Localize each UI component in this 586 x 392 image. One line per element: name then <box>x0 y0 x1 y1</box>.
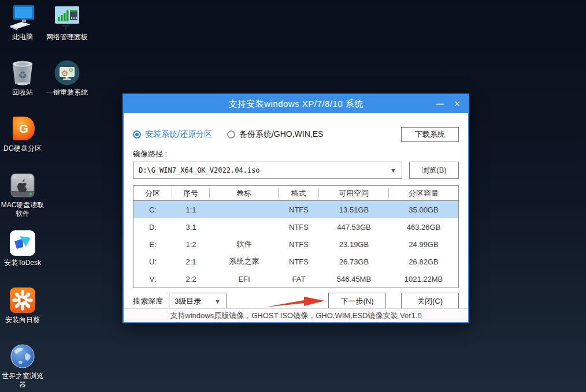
col-header-volume-label: 卷标 <box>210 188 279 198</box>
cell-format: NTFS <box>279 206 319 214</box>
radio-backup-label: 备份系统/GHO,WIN,ES <box>239 129 323 140</box>
cell-free-space: 447.53GB <box>319 223 389 232</box>
partition-row-c[interactable]: C: 1:1 NTFS 13.51GB 35.00GB <box>133 201 458 218</box>
minimize-button[interactable]: — <box>431 95 448 113</box>
col-header-serial: 序号 <box>172 188 210 198</box>
icon-label: DG硬盘分区 <box>0 144 45 153</box>
search-depth-label: 搜索深度 <box>133 296 163 307</box>
search-depth-combobox[interactable]: 3级目录 ▼ <box>169 293 227 310</box>
cell-format: FAT <box>279 275 319 283</box>
cell-partition: C: <box>133 206 172 214</box>
close-window-button[interactable]: ✕ <box>448 95 466 113</box>
cell-capacity: 1021.22MB <box>389 275 458 283</box>
cell-free-space: 546.45MB <box>319 275 389 283</box>
cell-serial: 1:2 <box>172 240 210 249</box>
desktop-icon-recycle-bin[interactable]: ♻ 回收站 <box>0 59 45 97</box>
download-system-button[interactable]: 下载系统 <box>401 127 459 142</box>
diskgenius-icon: G <box>9 115 36 143</box>
dialog-body: 安装系统/还原分区 备份系统/GHO,WIN,ES 下载系统 镜像路径 : D:… <box>124 113 468 308</box>
col-header-capacity: 分区容量 <box>389 188 458 198</box>
icon-label: 一键重装系统 <box>44 88 90 97</box>
mac-disk-icon <box>9 171 36 199</box>
desktop-icon-world-browser[interactable]: 世界之窗浏览器 <box>0 342 45 389</box>
icon-label: 网络管理面板 <box>44 33 90 42</box>
col-header-partition: 分区 <box>133 188 172 198</box>
chevron-down-icon[interactable]: ▼ <box>210 298 221 305</box>
status-footer: 支持windows原版镜像，GHOST ISO镜像，GHO,WIM,ESD镜像安… <box>124 308 468 322</box>
cell-capacity: 24.99GB <box>389 240 458 249</box>
image-path-label: 镜像路径 : <box>133 149 459 158</box>
partition-row-u[interactable]: U: 2:1 系统之家 NTFS 26.73GB 26.82GB <box>133 253 458 270</box>
cell-format: NTFS <box>279 223 319 232</box>
cell-partition: U: <box>133 257 172 266</box>
desktop-icon-install-todesk[interactable]: 安装ToDesk <box>0 229 45 267</box>
chevron-down-icon[interactable]: ▼ <box>385 167 396 174</box>
cell-format: NTFS <box>279 240 319 249</box>
partition-row-e[interactable]: E: 1:2 软件 NTFS 23.19GB 24.99GB <box>133 236 458 253</box>
svg-text:⚙: ⚙ <box>61 69 69 78</box>
partition-row-d[interactable]: D: 3:1 NTFS 447.53GB 463.26GB <box>133 218 458 236</box>
cell-capacity: 35.00GB <box>389 206 458 214</box>
cell-capacity: 26.82GB <box>389 257 458 266</box>
col-header-free-space: 可用空间 <box>319 188 389 198</box>
search-depth-value: 3级目录 <box>175 296 201 307</box>
cell-free-space: 13.51GB <box>319 206 389 214</box>
desktop-icon-network-panel[interactable]: 网络管理面板 <box>44 3 90 42</box>
cell-partition: V: <box>133 275 172 283</box>
image-path-combobox[interactable]: D:\G_WIN7_X64_OK_V2022.04.iso ▼ <box>133 162 402 179</box>
cell-free-space: 26.73GB <box>319 257 389 266</box>
svg-text:G: G <box>19 122 28 135</box>
red-arrow-annotation <box>265 294 326 309</box>
desktop-icon-install-sunflower[interactable]: 安装向日葵 <box>0 286 45 324</box>
this-pc-icon <box>9 3 36 31</box>
partition-table-header: 分区 序号 卷标 格式 可用空间 分区容量 <box>133 186 458 201</box>
cell-serial: 3:1 <box>172 223 210 232</box>
cell-format: NTFS <box>279 257 319 266</box>
cell-free-space: 23.19GB <box>319 240 389 249</box>
cell-capacity: 463.26GB <box>389 223 458 232</box>
desktop-icon-dg-partition[interactable]: G DG硬盘分区 <box>0 115 45 153</box>
cell-volume-label: EFI <box>210 275 279 283</box>
image-path-value: D:\G_WIN7_X64_OK_V2022.04.iso <box>139 166 260 174</box>
installer-window: 支持安装windows XP/7/8/10 系统 — ✕ 安装系统/还原分区 备… <box>123 94 469 323</box>
sunflower-icon <box>9 286 36 314</box>
cell-volume-label: 软件 <box>210 239 279 249</box>
cell-volume-label: 系统之家 <box>210 256 279 267</box>
desktop-icon-mac-disk-reader[interactable]: MAC硬盘读取软件 <box>0 171 45 218</box>
icon-label: 世界之窗浏览器 <box>0 372 45 389</box>
icon-label: MAC硬盘读取软件 <box>0 201 45 218</box>
icon-label: 此电脑 <box>0 33 45 42</box>
radio-install-label: 安装系统/还原分区 <box>145 129 212 140</box>
svg-text:⚙: ⚙ <box>69 67 74 73</box>
svg-text:♻: ♻ <box>18 70 27 81</box>
todesk-icon <box>9 229 36 257</box>
cell-serial: 2:1 <box>172 257 210 266</box>
radio-install-system[interactable]: 安装系统/还原分区 <box>133 129 212 140</box>
radio-unselected-icon <box>227 130 235 139</box>
cell-partition: D: <box>133 223 172 232</box>
cell-serial: 2:2 <box>172 275 210 283</box>
cell-serial: 1:1 <box>172 206 210 214</box>
globe-icon <box>9 342 36 370</box>
radio-backup-system[interactable]: 备份系统/GHO,WIN,ES <box>227 129 323 140</box>
network-panel-icon <box>53 3 81 31</box>
col-header-format: 格式 <box>279 188 319 198</box>
browse-button[interactable]: 浏览(B) <box>409 162 459 179</box>
titlebar: 支持安装windows XP/7/8/10 系统 — ✕ <box>124 95 468 113</box>
desktop-icon-one-key-reinstall[interactable]: ⚙ ⚙ 一键重装系统 <box>44 59 90 97</box>
icon-label: 安装向日葵 <box>0 316 45 324</box>
cell-partition: E: <box>133 240 172 249</box>
desktop-icon-this-pc[interactable]: 此电脑 <box>0 3 45 42</box>
partition-row-v[interactable]: V: 2:2 EFI FAT 546.45MB 1021.22MB <box>133 270 458 288</box>
partition-table: 分区 序号 卷标 格式 可用空间 分区容量 C: 1:1 NTFS 13.51G… <box>133 185 459 288</box>
radio-selected-icon <box>133 130 141 139</box>
recycle-bin-icon: ♻ <box>9 59 36 87</box>
one-key-reinstall-icon: ⚙ ⚙ <box>53 59 81 87</box>
desktop: 此电脑 网络管理面板 <box>0 0 586 392</box>
icon-label: 回收站 <box>0 88 45 97</box>
icon-label: 安装ToDesk <box>0 259 45 267</box>
close-button[interactable]: 关闭(C) <box>401 293 459 310</box>
next-button[interactable]: 下一步(N) <box>328 293 386 310</box>
window-title: 支持安装windows XP/7/8/10 系统 <box>228 99 364 110</box>
